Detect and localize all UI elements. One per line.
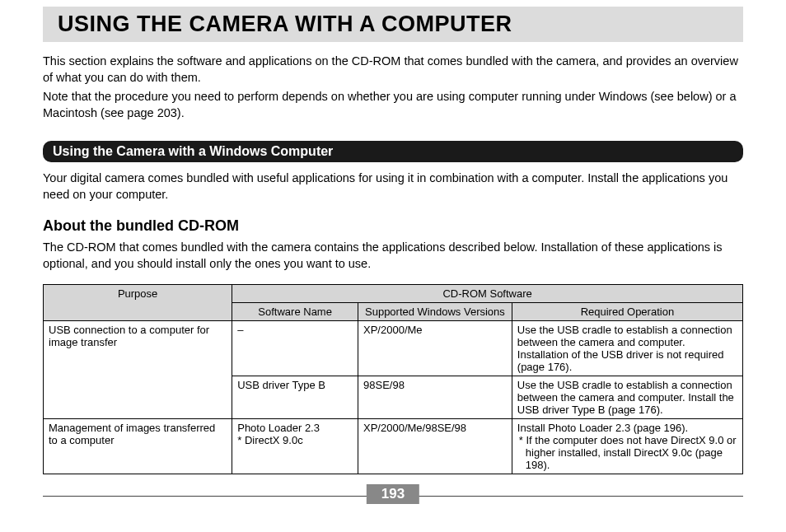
table-header-row: Purpose CD-ROM Software [44, 284, 743, 302]
cell-operation: Use the USB cradle to establish a connec… [512, 376, 742, 418]
page-footer: 193 [0, 484, 786, 509]
cell-operation-line1: Install Photo Loader 2.3 (page 196). [517, 422, 688, 434]
table-row: Management of images transferred to a co… [44, 418, 743, 474]
cell-versions: 98SE/98 [358, 376, 512, 418]
page-number: 193 [367, 484, 419, 504]
page-title-bar: USING THE CAMERA WITH A COMPUTER [43, 7, 743, 42]
cell-software: Photo Loader 2.3 * DirectX 9.0c [232, 418, 358, 474]
section-body-windows: Your digital camera comes bundled with u… [43, 170, 743, 203]
intro-paragraph-1: This section explains the software and a… [43, 54, 743, 86]
th-operation: Required Operation [512, 302, 742, 320]
page-title: USING THE CAMERA WITH A COMPUTER [58, 12, 732, 37]
cell-operation: Use the USB cradle to establish a connec… [512, 320, 742, 376]
cell-operation: Install Photo Loader 2.3 (page 196). * I… [512, 418, 742, 474]
cell-versions: XP/2000/Me [358, 320, 512, 376]
th-versions: Supported Windows Versions [358, 302, 512, 320]
software-table: Purpose CD-ROM Software Software Name Su… [43, 284, 743, 474]
section-body-cdrom: The CD-ROM that comes bundled with the c… [43, 240, 743, 272]
th-group: CD-ROM Software [232, 284, 743, 302]
cell-software-line1: Photo Loader 2.3 [237, 422, 320, 434]
cell-purpose: Management of images transferred to a co… [44, 418, 232, 474]
cell-purpose: USB connection to a computer for image t… [44, 320, 232, 418]
cell-software-line2: * DirectX 9.0c [237, 434, 302, 446]
section-heading-windows: Using the Camera with a Windows Computer [43, 141, 743, 162]
cell-operation-line2: * If the computer does not have DirectX … [517, 434, 737, 471]
cell-software: USB driver Type B [232, 376, 358, 418]
th-purpose: Purpose [44, 284, 232, 320]
intro-paragraph-2: Note that the procedure you need to perf… [43, 89, 743, 121]
cell-versions: XP/2000/Me/98SE/98 [358, 418, 512, 474]
table-row: USB connection to a computer for image t… [44, 320, 743, 376]
th-software-name: Software Name [232, 302, 358, 320]
cell-software: – [232, 320, 358, 376]
subheading-cdrom: About the bundled CD-ROM [43, 217, 743, 235]
